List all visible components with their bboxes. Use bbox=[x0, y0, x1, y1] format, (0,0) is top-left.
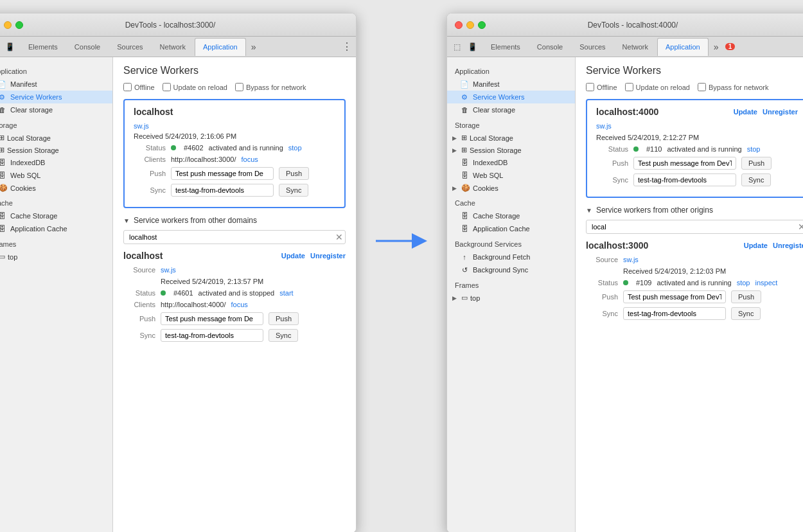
tab-menu-1[interactable]: ⋮ bbox=[340, 40, 353, 53]
offline-checkbox-1[interactable] bbox=[123, 83, 132, 91]
focus-link-1[interactable]: focus bbox=[242, 155, 258, 163]
update-on-reload-checkbox-2[interactable] bbox=[625, 83, 633, 91]
sidebar-item-cachestorage-2[interactable]: 🗄 Cache Storage bbox=[447, 209, 575, 222]
sidebar-item-websql-1[interactable]: 🗄 Web SQL bbox=[0, 169, 112, 182]
device-icon-2[interactable]: 📱 bbox=[465, 40, 479, 54]
sidebar-item-cachestorage-1[interactable]: 🗄 Cache Storage bbox=[0, 209, 112, 222]
od-received-1: Received 5/24/2019, 2:13:57 PM bbox=[123, 278, 346, 285]
oo-unregister-link-2[interactable]: Unregister bbox=[773, 242, 803, 249]
sync-input-2[interactable] bbox=[633, 173, 736, 186]
sw-update-link-2[interactable]: Update bbox=[734, 108, 757, 116]
search-input-od1[interactable] bbox=[123, 230, 346, 244]
tab-more-2[interactable]: » bbox=[710, 40, 723, 53]
sidebar-item-clearstorage-2[interactable]: 🗑 Clear storage bbox=[447, 103, 575, 116]
tab-elements-2[interactable]: Elements bbox=[483, 38, 528, 56]
oo-push-input-2[interactable] bbox=[623, 290, 726, 303]
sidebar-item-cookies-1[interactable]: ▶ 🍪 Cookies bbox=[0, 182, 112, 194]
sidebar-item-serviceworkers-2[interactable]: ⚙ Service Workers bbox=[447, 91, 575, 103]
od-update-link-1[interactable]: Update bbox=[281, 252, 305, 260]
tab-application-2[interactable]: Application bbox=[657, 38, 709, 56]
sidebar-item-serviceworkers-1[interactable]: ⚙ Service Workers bbox=[0, 91, 112, 103]
sidebar-item-bgsync-2[interactable]: ↺ Background Sync bbox=[447, 263, 575, 276]
sidebar-label-appcache-1: Application Cache bbox=[10, 225, 67, 233]
sidebar-item-appcache-1[interactable]: 🗄 Application Cache bbox=[0, 222, 112, 235]
search-input-oo2[interactable] bbox=[586, 220, 803, 234]
sidebar-item-top-2[interactable]: ▶ ▭ top bbox=[447, 292, 575, 304]
push-btn-2[interactable]: Push bbox=[741, 157, 772, 170]
oo-push-btn-2[interactable]: Push bbox=[731, 290, 761, 303]
tab-console-1[interactable]: Console bbox=[67, 38, 108, 56]
oo-sync-btn-2[interactable]: Sync bbox=[731, 307, 761, 320]
sw-source-link-2[interactable]: sw.js bbox=[596, 122, 612, 130]
sidebar-item-sessionstorage-2[interactable]: ▶ ⊞ Session Storage bbox=[447, 144, 575, 156]
od-sync-input-1[interactable] bbox=[161, 329, 263, 342]
push-btn-1[interactable]: Push bbox=[279, 167, 309, 180]
sw-unregister-link-2[interactable]: Unregister bbox=[763, 108, 798, 116]
search-clear-btn-od1[interactable]: ✕ bbox=[335, 233, 343, 242]
sidebar-item-websql-2[interactable]: 🗄 Web SQL bbox=[447, 169, 575, 182]
inspect-icon-2[interactable]: ⬚ bbox=[450, 40, 464, 54]
sidebar-item-bgfetch-2[interactable]: ↑ Background Fetch bbox=[447, 251, 575, 263]
tab-more-1[interactable]: » bbox=[247, 40, 260, 53]
bypass-network-checkbox-2[interactable] bbox=[698, 83, 706, 91]
sidebar-item-cookies-2[interactable]: ▶ 🍪 Cookies bbox=[447, 182, 575, 194]
od-focus-link-1[interactable]: focus bbox=[231, 301, 248, 308]
od-start-link-1[interactable]: start bbox=[279, 289, 293, 297]
od-unregister-link-1[interactable]: Unregister bbox=[310, 252, 346, 260]
sync-label-2: Sync bbox=[596, 176, 628, 184]
update-on-reload-checkbox-1[interactable] bbox=[163, 83, 171, 91]
od-push-input-1[interactable] bbox=[161, 312, 263, 325]
sidebar-item-top-1[interactable]: ▶ ▭ top bbox=[0, 251, 112, 263]
sync-btn-1[interactable]: Sync bbox=[279, 184, 308, 197]
tab-console-2[interactable]: Console bbox=[529, 38, 570, 56]
other-origins-header-2[interactable]: ▼ Service workers from other origins bbox=[586, 206, 803, 215]
sidebar-item-appcache-2[interactable]: 🗄 Application Cache bbox=[447, 222, 575, 235]
sw-source-link-1[interactable]: sw.js bbox=[134, 122, 149, 130]
oo-update-link-2[interactable]: Update bbox=[744, 242, 768, 249]
sidebar-item-localstorage-1[interactable]: ▶ ⊞ Local Storage bbox=[0, 132, 112, 144]
other-origins-title-2: Service workers from other origins bbox=[596, 206, 713, 215]
tab-elements-1[interactable]: Elements bbox=[21, 38, 66, 56]
maximize-button-2[interactable] bbox=[478, 21, 486, 29]
sidebar-item-sessionstorage-1[interactable]: ▶ ⊞ Session Storage bbox=[0, 144, 112, 156]
od-sync-btn-1[interactable]: Sync bbox=[269, 329, 298, 342]
sidebar-item-manifest-1[interactable]: 📄 Manifest bbox=[0, 78, 112, 91]
push-input-2[interactable] bbox=[633, 157, 736, 170]
sync-input-1[interactable] bbox=[171, 184, 274, 197]
status-number-2: #110 bbox=[646, 145, 662, 153]
sidebar-item-localstorage-2[interactable]: ▶ ⊞ Local Storage bbox=[447, 132, 575, 144]
sidebar-item-indexeddb-2[interactable]: 🗄 IndexedDB bbox=[447, 156, 575, 169]
tab-sources-1[interactable]: Sources bbox=[109, 38, 150, 56]
sidebar-item-clearstorage-1[interactable]: 🗑 Clear storage bbox=[0, 103, 112, 116]
maximize-button-1[interactable] bbox=[15, 21, 23, 29]
od-source-link-1[interactable]: sw.js bbox=[161, 266, 176, 274]
oo-sync-input-2[interactable] bbox=[623, 307, 726, 320]
other-domains-header-1[interactable]: ▼ Service workers from other domains bbox=[123, 216, 346, 225]
tab-application-1[interactable]: Application bbox=[195, 38, 246, 56]
sidebar-label-indexeddb-2: IndexedDB bbox=[473, 159, 507, 166]
sidebar-item-indexeddb-1[interactable]: 🗄 IndexedDB bbox=[0, 156, 112, 169]
sidebar-label-websql-1: Web SQL bbox=[10, 172, 41, 179]
od-push-btn-1[interactable]: Push bbox=[269, 312, 299, 325]
arrow-connector bbox=[376, 231, 427, 251]
tab-sources-2[interactable]: Sources bbox=[572, 38, 613, 56]
oo-stop-link-2[interactable]: stop bbox=[737, 279, 750, 287]
tab-network-1[interactable]: Network bbox=[152, 38, 193, 56]
push-input-1[interactable] bbox=[171, 167, 274, 180]
minimize-button-2[interactable] bbox=[466, 21, 474, 29]
device-icon-1[interactable]: 📱 bbox=[3, 40, 17, 54]
sidebar-item-manifest-2[interactable]: 📄 Manifest bbox=[447, 78, 575, 91]
minimize-button-1[interactable] bbox=[4, 21, 12, 29]
search-clear-btn-oo2[interactable]: ✕ bbox=[798, 222, 803, 231]
stop-link-2[interactable]: stop bbox=[747, 145, 761, 153]
offline-checkbox-2[interactable] bbox=[586, 83, 594, 91]
stop-link-1[interactable]: stop bbox=[288, 144, 302, 152]
tab-network-2[interactable]: Network bbox=[615, 38, 656, 56]
oo-source-link-2[interactable]: sw.js bbox=[623, 256, 639, 263]
sync-btn-2[interactable]: Sync bbox=[741, 173, 771, 186]
close-button-2[interactable] bbox=[455, 21, 463, 29]
traffic-lights-2 bbox=[455, 21, 486, 29]
bypass-network-checkbox-1[interactable] bbox=[235, 83, 243, 91]
oo-inspect-link-2[interactable]: inspect bbox=[755, 279, 777, 287]
inspect-icon-1[interactable]: ⬚ bbox=[0, 40, 1, 54]
